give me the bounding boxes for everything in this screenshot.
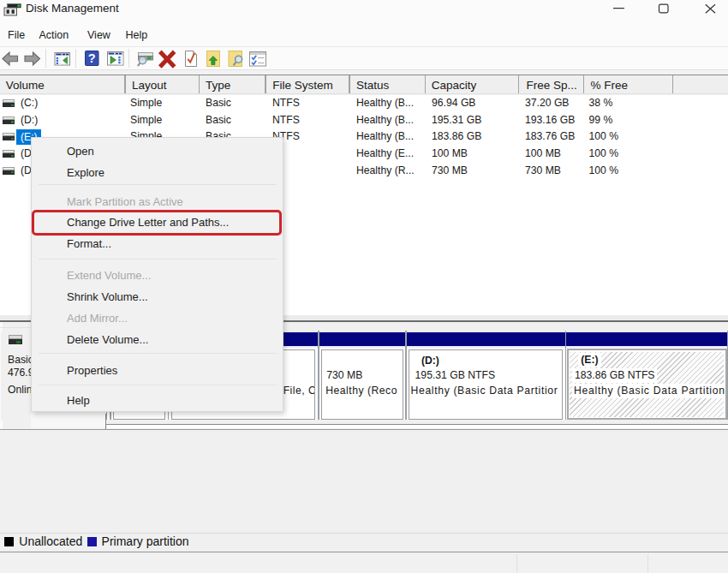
svg-text:?: ?: [88, 51, 96, 64]
